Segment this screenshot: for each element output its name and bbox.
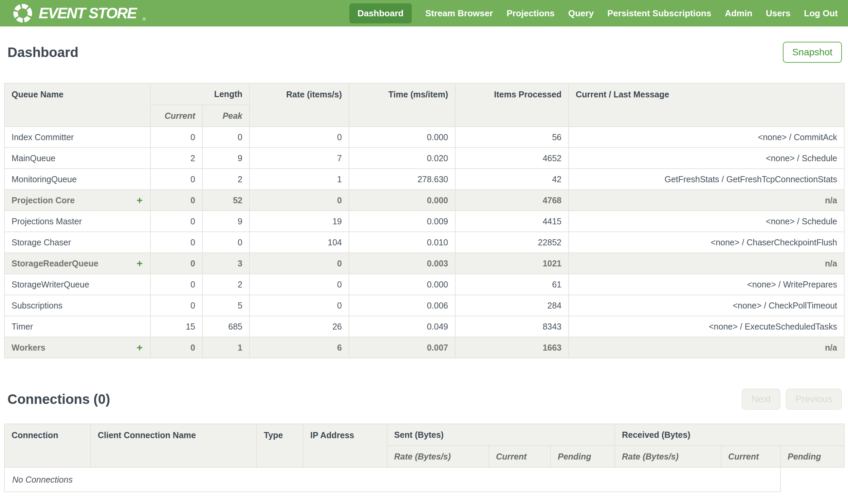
- cell-current: 0: [150, 253, 202, 274]
- nav-item-projections[interactable]: Projections: [506, 8, 555, 19]
- queue-name-cell: StorageReaderQueue+: [4, 253, 150, 274]
- expand-plus-icon[interactable]: +: [137, 342, 143, 353]
- eventstore-logo-icon: [12, 3, 33, 24]
- nav-item-query[interactable]: Query: [568, 8, 594, 19]
- cell-current: 0: [150, 232, 202, 253]
- queue-name: Workers: [12, 343, 46, 352]
- queues-table: Queue Name Length Rate (items/s) Time (m…: [4, 83, 845, 358]
- next-button[interactable]: Next: [742, 389, 780, 410]
- cell-peak: 9: [202, 211, 250, 232]
- cell-message: <none> / ExecuteScheduledTasks: [569, 316, 844, 337]
- cell-time: 0.007: [349, 337, 455, 358]
- ghost-cell: [780, 467, 844, 492]
- cell-time: 0.010: [349, 232, 455, 253]
- queue-row-timer: Timer15685260.0498343<none> / ExecuteSch…: [4, 316, 844, 337]
- cell-time: 0.049: [349, 316, 455, 337]
- cell-time: 0.020: [349, 148, 455, 169]
- cell-message: <none> / Schedule: [569, 211, 844, 232]
- cell-current: 0: [150, 190, 202, 211]
- pager: Next Previous: [742, 389, 842, 410]
- col-received-pending: Pending: [780, 446, 844, 467]
- cell-items: 4652: [455, 148, 569, 169]
- queue-name-cell: Timer: [4, 316, 150, 337]
- cell-rate: 19: [250, 211, 349, 232]
- cell-rate: 0: [250, 190, 349, 211]
- cell-rate: 6: [250, 337, 349, 358]
- nav-item-log-out[interactable]: Log Out: [804, 8, 838, 19]
- cell-time: 0.000: [349, 127, 455, 148]
- queue-row-index-committer: Index Committer0000.00056<none> / Commit…: [4, 127, 844, 148]
- previous-button[interactable]: Previous: [786, 389, 842, 410]
- queue-row-storagereaderqueue: StorageReaderQueue+0300.0031021n/a: [4, 253, 844, 274]
- queue-row-monitoringqueue: MonitoringQueue021278.63042GetFreshStats…: [4, 169, 844, 190]
- col-queue-name: Queue Name: [4, 83, 150, 127]
- queue-name-cell: Storage Chaser: [4, 232, 150, 253]
- col-client-connection-name: Client Connection Name: [91, 424, 257, 467]
- expand-plus-icon[interactable]: +: [137, 195, 143, 206]
- cell-rate: 0: [250, 295, 349, 316]
- cell-peak: 5: [202, 295, 250, 316]
- cell-message: n/a: [569, 253, 844, 274]
- cell-items: 56: [455, 127, 569, 148]
- queue-row-projection-core: Projection Core+05200.0004768n/a: [4, 190, 844, 211]
- nav-menu: DashboardStream BrowserProjectionsQueryP…: [349, 3, 838, 23]
- cell-items: 1663: [455, 337, 569, 358]
- queue-name: Storage Chaser: [12, 238, 71, 247]
- cell-items: 4415: [455, 211, 569, 232]
- queue-table-body: Index Committer0000.00056<none> / Commit…: [4, 127, 844, 358]
- navbar: EVENT STORE ® DashboardStream BrowserPro…: [0, 0, 848, 26]
- cell-time: 0.000: [349, 190, 455, 211]
- queue-name: Index Committer: [12, 132, 74, 142]
- cell-current: 0: [150, 337, 202, 358]
- cell-peak: 685: [202, 316, 250, 337]
- cell-peak: 0: [202, 232, 250, 253]
- queue-row-mainqueue: MainQueue2970.0204652<none> / Schedule: [4, 148, 844, 169]
- queue-name: Timer: [12, 322, 33, 331]
- cell-current: 0: [150, 127, 202, 148]
- snapshot-button[interactable]: Snapshot: [783, 42, 842, 63]
- nav-item-persistent-subscriptions[interactable]: Persistent Subscriptions: [607, 8, 711, 19]
- cell-rate: 26: [250, 316, 349, 337]
- queue-name-cell: StorageWriterQueue: [4, 274, 150, 295]
- cell-items: 284: [455, 295, 569, 316]
- cell-peak: 1: [202, 337, 250, 358]
- cell-message: <none> / WritePrepares: [569, 274, 844, 295]
- cell-message: GetFreshStats / GetFreshTcpConnectionSta…: [569, 169, 844, 190]
- cell-rate: 0: [250, 274, 349, 295]
- cell-items: 8343: [455, 316, 569, 337]
- cell-peak: 9: [202, 148, 250, 169]
- col-received-current: Current: [721, 446, 780, 467]
- queue-name-cell: Workers+: [4, 337, 150, 358]
- connections-table-header: Connection Client Connection Name Type I…: [4, 424, 844, 467]
- cell-peak: 2: [202, 169, 250, 190]
- col-sent-current: Current: [489, 446, 551, 467]
- col-items-processed: Items Processed: [455, 83, 569, 127]
- cell-peak: 2: [202, 274, 250, 295]
- nav-item-dashboard[interactable]: Dashboard: [349, 3, 412, 23]
- cell-current: 0: [150, 274, 202, 295]
- cell-message: n/a: [569, 337, 844, 358]
- queue-name: StorageWriterQueue: [12, 280, 89, 289]
- connections-header: Connections (0) Next Previous: [7, 388, 842, 410]
- nav-item-admin[interactable]: Admin: [725, 8, 752, 19]
- connections-table: Connection Client Connection Name Type I…: [4, 424, 845, 492]
- col-sent-pending: Pending: [551, 446, 615, 467]
- cell-message: n/a: [569, 190, 844, 211]
- expand-plus-icon[interactable]: +: [137, 257, 143, 269]
- col-time: Time (ms/item): [349, 83, 455, 127]
- queue-row-projections-master: Projections Master09190.0094415<none> / …: [4, 211, 844, 232]
- nav-item-stream-browser[interactable]: Stream Browser: [425, 8, 493, 19]
- queue-name: Subscriptions: [12, 301, 62, 310]
- queue-row-storagewriterqueue: StorageWriterQueue0200.00061<none> / Wri…: [4, 274, 844, 295]
- cell-items: 4768: [455, 190, 569, 211]
- cell-items: 61: [455, 274, 569, 295]
- cell-peak: 3: [202, 253, 250, 274]
- col-sent-bytes: Sent (Bytes): [387, 424, 615, 446]
- col-received-rate: Rate (Bytes/s): [615, 446, 721, 467]
- queue-row-subscriptions: Subscriptions0500.006284<none> / CheckPo…: [4, 295, 844, 316]
- cell-rate: 1: [250, 169, 349, 190]
- nav-item-users[interactable]: Users: [766, 8, 790, 19]
- queue-name-cell: MonitoringQueue: [4, 169, 150, 190]
- cell-items: 1021: [455, 253, 569, 274]
- col-length: Length: [150, 83, 250, 105]
